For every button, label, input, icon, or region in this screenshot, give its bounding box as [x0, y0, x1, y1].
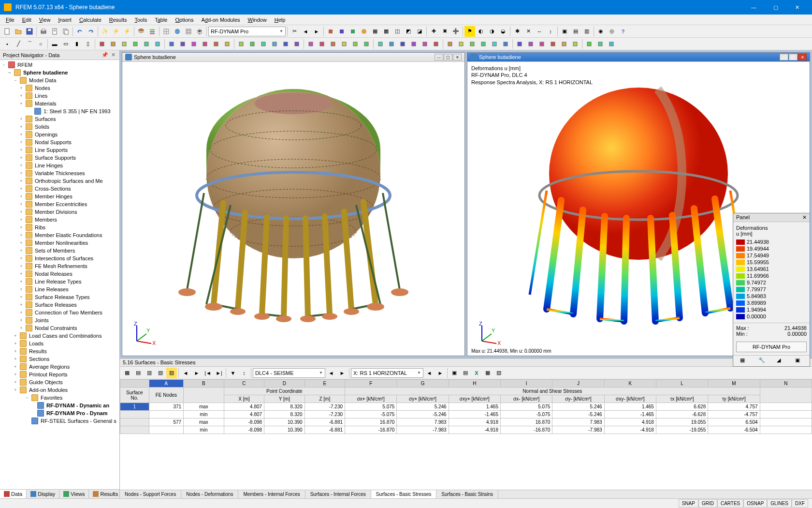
solid-icon[interactable]: ▮ [72, 39, 82, 49]
tree-item[interactable]: +Line Hinges [0, 162, 119, 169]
print-icon[interactable] [38, 26, 49, 37]
tree-item[interactable]: +Solids [0, 123, 119, 131]
tb2-29-icon[interactable] [431, 39, 441, 49]
layers-icon[interactable] [136, 26, 146, 37]
tool-k-icon[interactable]: ✖ [439, 26, 450, 37]
status-seg[interactable]: CARTES [717, 499, 743, 508]
render-icon[interactable]: ◉ [595, 26, 606, 37]
table-tab[interactable]: Nodes - Deformations [181, 490, 238, 498]
tt-1-icon[interactable]: ▦ [122, 368, 132, 378]
tb2-2-icon[interactable] [119, 39, 130, 49]
render2-icon[interactable]: ◎ [607, 26, 617, 37]
tree-item[interactable]: +Sections [0, 355, 119, 363]
tool-f-icon[interactable]: ▩ [381, 26, 392, 37]
view-min-icon[interactable]: — [435, 54, 443, 60]
results-grid[interactable]: ABCDEFGHIJKLMNSurfaceNo.FE NodesPoint Co… [120, 379, 812, 490]
tree-item[interactable]: +Nodes [0, 84, 119, 92]
tt-filter-icon[interactable]: ▼ [228, 368, 238, 378]
grid-icon[interactable] [161, 26, 172, 37]
tt-p1-icon[interactable]: ◄ [326, 368, 336, 378]
tree-item[interactable]: +Lines [0, 92, 119, 100]
pf-2-icon[interactable]: 🔧 [758, 357, 766, 365]
tt-e2-icon[interactable]: ▤ [460, 368, 471, 378]
tb2-20-icon[interactable] [328, 39, 338, 49]
tb2-42-icon[interactable] [584, 39, 594, 49]
tool-g-icon[interactable]: ◫ [392, 26, 403, 37]
view-min-icon[interactable]: — [780, 54, 788, 60]
table-tab[interactable]: Surfaces - Basic Strains [436, 490, 498, 498]
nav-tab-results[interactable]: Results [89, 490, 122, 498]
tree-item[interactable]: +Materials [0, 100, 119, 107]
table-tab[interactable]: Members - Internal Forces [238, 490, 305, 498]
tt-3-icon[interactable]: ▥ [144, 368, 155, 378]
tb2-27-icon[interactable] [408, 39, 419, 49]
box-icon[interactable] [172, 26, 183, 37]
tree-item[interactable]: +Printout Reports [0, 371, 119, 378]
tree-item[interactable]: +Surface Releases [0, 301, 119, 309]
tb2-30-icon[interactable] [445, 39, 455, 49]
tb2-43-icon[interactable] [595, 39, 606, 49]
menu-table[interactable]: Table [151, 16, 171, 24]
maximize-button[interactable]: ▢ [765, 0, 786, 15]
clip2-icon[interactable]: ▤ [570, 26, 581, 37]
line-icon[interactable]: ╱ [13, 39, 24, 49]
bolt2-icon[interactable]: ⚡ [122, 26, 132, 37]
left-icon[interactable]: ◄ [300, 26, 311, 37]
nav-tab-display[interactable]: Display [27, 490, 59, 498]
table-tab[interactable]: Nodes - Support Forces [120, 490, 181, 498]
tree-item[interactable]: +Member Eccentricities [0, 200, 119, 208]
tree-item[interactable]: +Surface Supports [0, 154, 119, 162]
dim-icon[interactable]: ↔ [534, 26, 545, 37]
tree-item[interactable]: +Loads [0, 340, 119, 347]
tree-item[interactable]: +Member Divisions [0, 208, 119, 216]
tree-item[interactable]: +Nodal Supports [0, 138, 119, 146]
redo-icon[interactable] [86, 26, 96, 37]
tb2-4-icon[interactable] [141, 39, 152, 49]
tb2-33-icon[interactable] [478, 39, 489, 49]
tree-item[interactable]: +Line Supports [0, 146, 119, 154]
menu-tools[interactable]: Tools [130, 16, 151, 24]
tool-h-icon[interactable]: ◩ [403, 26, 414, 37]
tree-item[interactable]: +Orthotropic Surfaces and Me [0, 177, 119, 185]
save-icon[interactable] [24, 26, 35, 37]
help-icon[interactable]: ? [618, 26, 628, 37]
tree-item[interactable]: 1: Steel S 355 | NF EN 1993 [0, 107, 119, 115]
tool-n-icon[interactable]: ◑ [487, 26, 497, 37]
module-combo[interactable]: RF-DYNAM Pro▼ [208, 27, 286, 36]
tb2-23-icon[interactable] [361, 39, 372, 49]
open-icon2[interactable]: ▯ [83, 39, 93, 49]
tb2-44-icon[interactable] [606, 39, 617, 49]
tree-item[interactable]: +Member Elastic Foundations [0, 231, 119, 239]
tt-n1-icon[interactable]: ► [337, 368, 348, 378]
clip-icon[interactable]: ▣ [559, 26, 570, 37]
tt-4-icon[interactable]: ▧ [155, 368, 166, 378]
panel-module-button[interactable]: RF-DYNAM Pro [736, 342, 807, 352]
tb2-22-icon[interactable] [350, 39, 361, 49]
tool-l-icon[interactable]: ➕ [450, 26, 461, 37]
tool-a-icon[interactable] [325, 26, 336, 37]
tb2-5-icon[interactable] [152, 39, 163, 49]
tree-item[interactable]: +Joints [0, 316, 119, 324]
menu-options[interactable]: Options [171, 16, 197, 24]
tree-item[interactable]: +Line Releases [0, 285, 119, 293]
star-icon[interactable]: ✱ [512, 26, 522, 37]
node-icon[interactable]: • [2, 39, 13, 49]
status-seg[interactable]: GLINES [767, 499, 792, 508]
tool-e-icon[interactable]: ▦ [370, 26, 380, 37]
table-combo-dlc[interactable]: DLC4 - SEISME▼ [253, 368, 325, 378]
cut-icon[interactable]: ✂ [289, 26, 300, 37]
nav-tab-data[interactable]: Data [0, 490, 27, 498]
tree-item[interactable]: +Members [0, 216, 119, 224]
tool-m-icon[interactable]: ◐ [476, 26, 486, 37]
tool-b-icon[interactable] [336, 26, 347, 37]
tool-c-icon[interactable] [348, 26, 358, 37]
tree-item[interactable]: +Sets of Members [0, 247, 119, 254]
tb2-31-icon[interactable] [456, 39, 466, 49]
tt-sort-icon[interactable]: ↕ [239, 368, 249, 378]
menu-window[interactable]: Window [244, 16, 271, 24]
tb2-10-icon[interactable] [211, 39, 221, 49]
bolt-icon[interactable]: ⚡ [111, 26, 121, 37]
surf2-icon[interactable]: ▭ [60, 39, 71, 49]
tree-item[interactable]: +Average Regions [0, 363, 119, 371]
tt-last-icon[interactable]: ►| [214, 368, 224, 378]
